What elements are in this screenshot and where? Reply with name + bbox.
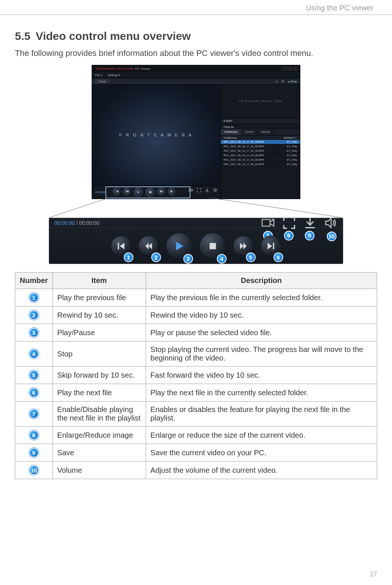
th-item: Item: [53, 273, 146, 289]
mini-control-bar: 00:00:00: [92, 185, 220, 199]
mini-stop-button[interactable]: [145, 188, 155, 197]
forward-10s-button[interactable]: 5: [233, 236, 254, 257]
pcviewer-tabbar: Front ⤢ ⟳ ▴ Rear: [92, 78, 300, 85]
cell-number: 2: [15, 306, 53, 324]
cell-number: 10: [15, 462, 53, 479]
playlist-row[interactable]: REC_2017_06_16_17_03_00.MP4EV_Only: [221, 153, 300, 158]
callout-1: 1: [124, 252, 133, 262]
number-badge: 10: [29, 465, 39, 475]
th-number: Number: [15, 273, 53, 289]
cell-description: Rewind the video by 10 sec.: [146, 306, 377, 324]
number-badge: 9: [29, 448, 39, 457]
playlist-row[interactable]: REC_2017_06_16_17_01_00.MP4EV_Only: [221, 144, 300, 149]
playlist-tab-manual[interactable]: Manual: [257, 129, 274, 135]
playlist-row[interactable]: REC_2017_06_16_17_02_00.MP4EV_Only: [221, 149, 300, 153]
minimize-button[interactable]: –: [282, 67, 287, 70]
mini-autoplay-icon[interactable]: [188, 188, 193, 192]
save-icon[interactable]: 9: [303, 219, 317, 227]
enlarge-icon[interactable]: 8: [282, 219, 296, 227]
volume-icon[interactable]: 10: [324, 218, 338, 228]
menu-file[interactable]: File ▾: [95, 73, 102, 77]
playlist-heading: PlayList: [221, 124, 300, 129]
number-badge: 6: [29, 388, 39, 397]
cell-number: 8: [15, 427, 53, 444]
playlist-row[interactable]: REC_2017_06_16_17_05_00.MP4EV_Only: [221, 162, 300, 167]
cell-description: Save the current video on your PC.: [146, 444, 377, 462]
video-area: F R O N T C A M E R A 00:00:00: [92, 85, 221, 199]
section-title: 5.5Video control menu overview: [15, 30, 377, 43]
side-thumbnail: THINKWARE DASH CAM: [221, 85, 300, 118]
number-badge: 5: [29, 370, 39, 380]
stop-button[interactable]: 4: [199, 233, 226, 260]
cell-item: Enlarge/Reduce image: [53, 427, 146, 444]
callout-2: 2: [151, 252, 161, 262]
time-display: 00:00:00 / 00:00:00: [54, 220, 99, 226]
number-badge: 3: [29, 328, 39, 337]
refresh-icon[interactable]: ⟳: [282, 80, 284, 83]
mini-rewind-button[interactable]: [123, 188, 131, 196]
expand-icon[interactable]: ⤢: [275, 80, 278, 83]
section-title-text: Video control menu overview: [36, 30, 191, 42]
table-row: 7Enable/Disable playing the next file in…: [15, 402, 377, 427]
playlist-row[interactable]: REC_2017_06_16_17_00_00.MP4EV_Only: [221, 140, 300, 144]
cell-description: Fast forward the video by 10 sec.: [146, 367, 377, 384]
rewind-10s-button[interactable]: 2: [138, 236, 159, 257]
mini-next-button[interactable]: [168, 188, 176, 196]
map-toggle[interactable]: ▾ MAP: [221, 118, 300, 124]
col-incident: Incident C..: [284, 136, 297, 139]
front-camera-label: F R O N T C A M E R A: [119, 133, 193, 137]
svg-rect-2: [118, 243, 119, 249]
mini-forward-button[interactable]: [157, 188, 165, 196]
mini-prev-button[interactable]: [113, 188, 121, 196]
callout-6: 6: [274, 252, 283, 262]
cell-description: Play the next file in the currently sele…: [146, 384, 377, 402]
callout-4: 4: [217, 254, 227, 264]
cell-description: Stop playing the current video. The prog…: [146, 342, 377, 367]
mini-volume-icon[interactable]: [213, 188, 218, 192]
brand-suffix: PC Viewer: [135, 67, 151, 70]
svg-rect-1: [262, 220, 270, 226]
number-badge: 4: [29, 349, 39, 359]
cell-item: Play the next file: [53, 384, 146, 402]
close-button[interactable]: ×: [293, 67, 298, 70]
cell-item: Rewind by 10 sec.: [53, 306, 146, 324]
mini-play-button[interactable]: [133, 188, 143, 197]
number-badge: 8: [29, 430, 39, 440]
prev-file-button[interactable]: 1: [111, 236, 132, 257]
playlist-rows: REC_2017_06_16_17_00_00.MP4EV_Only REC_2…: [221, 140, 300, 199]
time-current: 00:00:00: [54, 220, 75, 226]
cell-item: Save: [53, 444, 146, 462]
maximize-button[interactable]: ☐: [288, 67, 292, 70]
col-continuous: Continuous: [224, 136, 237, 139]
mini-save-icon[interactable]: [205, 188, 210, 192]
cell-number: 6: [15, 384, 53, 402]
table-row: 5Skip forward by 10 sec.Fast forward the…: [15, 367, 377, 384]
cell-item: Volume: [53, 462, 146, 479]
playlist-row[interactable]: REC_2017_06_16_17_04_00.MP4EV_Only: [221, 158, 300, 162]
cell-item: Play/Pause: [53, 324, 146, 342]
table-row: 1Play the previous filePlay the previous…: [15, 289, 377, 306]
table-row: 4StopStop playing the current video. The…: [15, 342, 377, 367]
tab-front[interactable]: Front: [95, 79, 110, 84]
playlist-tabs: Continuous Events Manual: [221, 129, 300, 135]
cell-number: 5: [15, 367, 53, 384]
playlist-tab-continuous[interactable]: Continuous: [221, 129, 241, 135]
next-file-button[interactable]: 6: [260, 236, 281, 257]
pcviewer-titlebar: THINKWARE DASH CAMPC Viewer – ☐ ×: [92, 65, 300, 72]
pcviewer-menubar: File ▾ Settings ▾: [92, 72, 300, 78]
mini-enlarge-icon[interactable]: [196, 188, 202, 192]
mini-time-label: 00:00:00: [95, 191, 105, 194]
page-header: Using the PC viewer: [0, 0, 392, 15]
playlist-tab-events[interactable]: Events: [241, 129, 257, 135]
table-row: 8Enlarge/Reduce imageEnlarge or reduce t…: [15, 427, 377, 444]
cell-item: Skip forward by 10 sec.: [53, 367, 146, 384]
number-badge: 7: [29, 409, 39, 419]
menu-settings[interactable]: Settings ▾: [107, 73, 120, 77]
side-thumbnail-label: THINKWARE DASH CAM: [238, 100, 282, 103]
rear-button[interactable]: ▴ Rear: [288, 80, 297, 83]
table-row: 10VolumeAdjust the volume of the current…: [15, 462, 377, 479]
autoplay-toggle-icon[interactable]: 7: [262, 219, 275, 227]
table-row: 3Play/PausePlay or pause the selected vi…: [15, 324, 377, 342]
play-pause-button[interactable]: 3: [166, 233, 193, 260]
number-badge: 2: [29, 310, 39, 320]
